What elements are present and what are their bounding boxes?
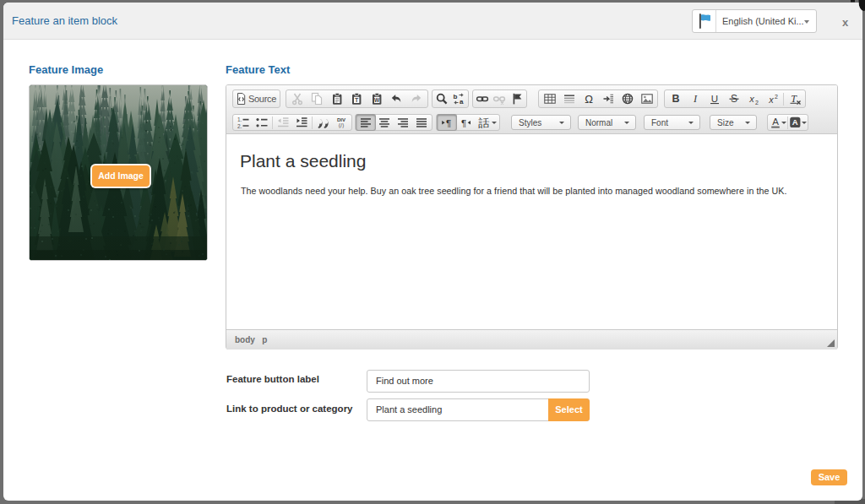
svg-text:2: 2: [775, 94, 778, 100]
svg-text:B: B: [672, 93, 679, 105]
svg-text:I: I: [692, 93, 697, 105]
svg-text:¶: ¶: [446, 118, 451, 128]
svg-text:x: x: [768, 95, 774, 105]
svg-text:A: A: [792, 117, 798, 127]
svg-text:A: A: [772, 117, 779, 127]
svg-text:T: T: [355, 97, 359, 103]
svg-text:⟨/⟩: ⟨/⟩: [339, 122, 345, 128]
svg-text:話: 話: [477, 117, 489, 129]
svg-text:¶: ¶: [461, 118, 466, 128]
svg-text:1.: 1.: [237, 117, 242, 122]
svg-text:2: 2: [755, 100, 759, 106]
svg-text:x: x: [748, 94, 754, 104]
svg-text:U: U: [710, 94, 717, 104]
svg-text:T: T: [791, 93, 797, 105]
svg-text:a: a: [460, 98, 464, 106]
svg-text:2.: 2.: [237, 123, 242, 129]
svg-text:Ω: Ω: [585, 93, 593, 106]
svg-text:W: W: [374, 97, 380, 103]
svg-text:b: b: [453, 93, 457, 100]
